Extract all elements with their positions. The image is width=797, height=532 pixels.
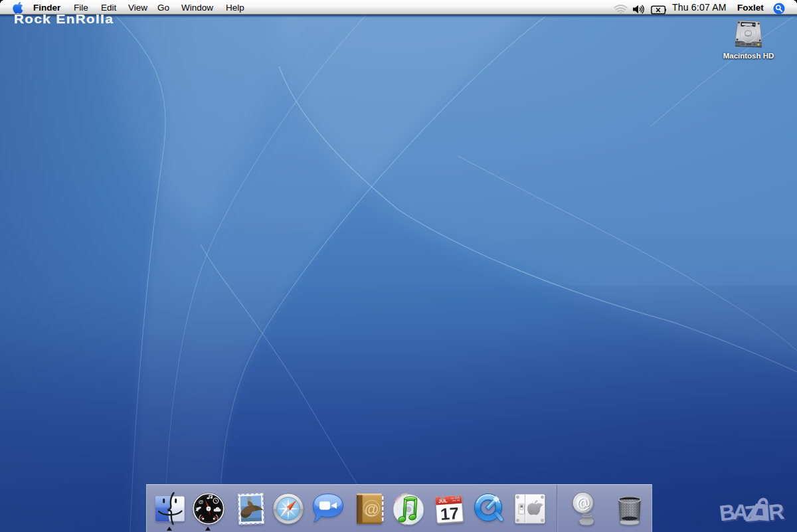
svg-text:17: 17: [440, 503, 460, 523]
svg-text:@: @: [365, 501, 379, 517]
svg-text:@: @: [199, 499, 204, 505]
svg-text:R: R: [767, 499, 786, 525]
